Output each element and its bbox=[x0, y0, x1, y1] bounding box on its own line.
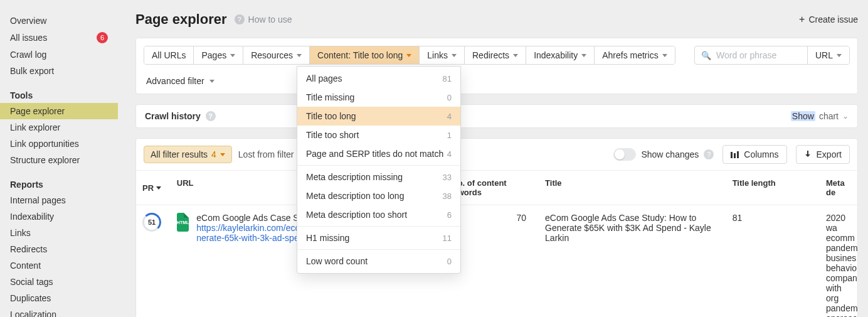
sidebar-item-links[interactable]: Links bbox=[0, 225, 118, 241]
chevron-down-icon bbox=[209, 80, 214, 83]
label: Meta description too short bbox=[306, 210, 407, 220]
label: Duplicates bbox=[10, 293, 51, 303]
count: 4 bbox=[447, 149, 452, 159]
separator bbox=[297, 165, 460, 166]
th-meta-desc[interactable]: Meta de bbox=[820, 171, 857, 205]
dd-meta-desc-missing[interactable]: Meta description missing33 bbox=[297, 168, 460, 186]
count: 1 bbox=[447, 131, 452, 140]
label: Links bbox=[427, 50, 448, 60]
all-filter-results-button[interactable]: All filter results 4 bbox=[144, 146, 232, 163]
pr-score: 51 bbox=[142, 213, 161, 232]
label: Crawl log bbox=[10, 50, 46, 60]
count: 81 bbox=[443, 74, 452, 83]
show-changes-toggle[interactable] bbox=[613, 148, 636, 161]
table-toolbar: All filter results 4 Lost from filter re… bbox=[136, 139, 857, 171]
label: Columns bbox=[744, 149, 778, 159]
dd-meta-desc-too-long[interactable]: Meta description too long38 bbox=[297, 186, 460, 205]
dd-serp-titles-mismatch[interactable]: Page and SERP titles do not match4 bbox=[297, 144, 460, 163]
crawl-history-label: Crawl history bbox=[145, 111, 201, 121]
label: Bulk export bbox=[10, 66, 54, 76]
label: Ahrefs metrics bbox=[602, 50, 658, 60]
columns-button[interactable]: Columns bbox=[722, 145, 786, 164]
issues-badge: 6 bbox=[97, 32, 108, 43]
label: Content: Title too long bbox=[317, 50, 403, 60]
search-group: 🔍 URL bbox=[694, 46, 850, 65]
dd-title-too-short[interactable]: Title too short1 bbox=[297, 126, 460, 144]
label: Meta description missing bbox=[306, 172, 403, 182]
question-icon: ? bbox=[206, 111, 216, 121]
label: Title missing bbox=[306, 92, 354, 102]
cell-title: eCom Google Ads Case Study: How to Gener… bbox=[539, 205, 726, 250]
html-file-icon: HTML bbox=[177, 213, 189, 232]
dd-title-missing[interactable]: Title missing0 bbox=[297, 88, 460, 107]
search-input[interactable] bbox=[716, 50, 801, 60]
dd-all-pages[interactable]: All pages81 bbox=[297, 69, 460, 88]
label: Show bbox=[791, 111, 815, 121]
label: Pages bbox=[201, 50, 226, 60]
label: H1 missing bbox=[306, 233, 349, 243]
label: All filter results bbox=[151, 149, 208, 159]
filter-ahrefs-metrics[interactable]: Ahrefs metrics bbox=[595, 46, 674, 64]
label: Title too short bbox=[306, 130, 359, 140]
th-title[interactable]: Title bbox=[539, 171, 726, 205]
sidebar-item-redirects[interactable]: Redirects bbox=[0, 241, 118, 257]
chevron-down-icon bbox=[406, 54, 411, 57]
dd-title-too-long[interactable]: Title too long4 bbox=[297, 107, 460, 126]
th-title-length[interactable]: Title length bbox=[726, 171, 820, 205]
sidebar-item-social-tags[interactable]: Social tags bbox=[0, 274, 118, 290]
count: 4 bbox=[447, 112, 452, 121]
advanced-filter-button[interactable]: Advanced filter bbox=[144, 72, 217, 90]
filter-indexability[interactable]: Indexability bbox=[526, 46, 595, 64]
sidebar-item-indexability[interactable]: Indexability bbox=[0, 208, 118, 225]
label: Links bbox=[10, 228, 31, 238]
label: Export bbox=[817, 149, 842, 159]
page-header: Page explorer ? How to use + Create issu… bbox=[125, 0, 868, 38]
th-pr[interactable]: PR bbox=[136, 171, 171, 205]
chevron-down-icon bbox=[581, 54, 586, 57]
chevron-down-icon bbox=[220, 153, 225, 156]
dd-h1-missing[interactable]: H1 missing11 bbox=[297, 228, 460, 247]
sidebar-item-bulk-export[interactable]: Bulk export bbox=[0, 63, 118, 79]
dd-meta-desc-too-short[interactable]: Meta description too short6 bbox=[297, 205, 460, 224]
filter-all-urls[interactable]: All URLs bbox=[144, 46, 194, 64]
sidebar-item-all-issues[interactable]: All issues 6 bbox=[0, 29, 118, 46]
separator bbox=[297, 249, 460, 250]
filter-content[interactable]: Content: Title too long bbox=[310, 46, 420, 64]
sidebar-item-page-explorer[interactable]: Page explorer bbox=[0, 103, 118, 119]
label: Page explorer bbox=[10, 106, 65, 116]
sidebar-item-link-explorer[interactable]: Link explorer bbox=[0, 119, 118, 136]
sidebar-item-structure-explorer[interactable]: Structure explorer bbox=[0, 152, 118, 168]
sidebar-item-crawl-log[interactable]: Crawl log bbox=[0, 46, 118, 63]
label: Link explorer bbox=[10, 122, 60, 132]
count: 6 bbox=[447, 210, 452, 220]
th-words[interactable]: o. of content words bbox=[452, 171, 539, 205]
sidebar-item-localization[interactable]: Localization bbox=[0, 306, 118, 317]
chevron-down-icon bbox=[230, 54, 235, 57]
filter-redirects[interactable]: Redirects bbox=[465, 46, 526, 64]
sidebar-item-internal-pages[interactable]: Internal pages bbox=[0, 192, 118, 208]
show-chart-toggle[interactable]: Show chart ⌄ bbox=[791, 111, 849, 121]
label: Indexability bbox=[534, 50, 578, 60]
label: chart bbox=[819, 111, 839, 121]
sidebar-item-link-opportunities[interactable]: Link opportunities bbox=[0, 136, 118, 152]
filter-links[interactable]: Links bbox=[420, 46, 465, 64]
columns-icon bbox=[731, 151, 739, 158]
dd-low-word-count[interactable]: Low word count0 bbox=[297, 252, 460, 271]
create-issue-button[interactable]: + Create issue bbox=[799, 14, 858, 25]
filter-pages[interactable]: Pages bbox=[194, 46, 243, 64]
export-button[interactable]: Export bbox=[796, 145, 850, 164]
label: PR bbox=[142, 183, 154, 193]
label: Page and SERP titles do not match bbox=[306, 149, 443, 159]
sidebar-item-content[interactable]: Content bbox=[0, 257, 118, 274]
url-scope-select[interactable]: URL bbox=[808, 46, 849, 64]
count: 0 bbox=[447, 257, 452, 266]
filter-resources[interactable]: Resources bbox=[243, 46, 310, 64]
count: 0 bbox=[447, 93, 452, 102]
sidebar-item-overview[interactable]: Overview bbox=[0, 13, 118, 29]
chevron-down-icon: ⌄ bbox=[842, 112, 849, 121]
content-dropdown: All pages81 Title missing0 Title too lon… bbox=[297, 66, 461, 274]
count: 4 bbox=[211, 149, 216, 159]
label: Redirects bbox=[472, 50, 509, 60]
how-to-use-link[interactable]: ? How to use bbox=[235, 14, 292, 24]
sidebar-item-duplicates[interactable]: Duplicates bbox=[0, 290, 118, 306]
